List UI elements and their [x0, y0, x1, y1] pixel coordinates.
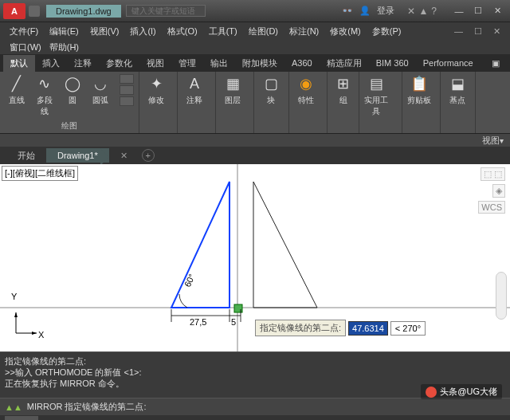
mdi-max[interactable]: ☐ — [469, 25, 487, 38]
document-tabs: 开始 Drawing1* ✕ + — [0, 147, 510, 164]
tab-view[interactable]: 视图 — [139, 55, 171, 72]
panel-view-label: 视图 — [482, 135, 500, 147]
svg-text:Y: Y — [11, 292, 18, 301]
user-icon[interactable]: 👤 — [359, 6, 371, 16]
new-tab-button[interactable]: + — [142, 149, 155, 162]
tab-manage[interactable]: 管理 — [171, 55, 203, 72]
help-icon[interactable]: ? — [431, 6, 437, 17]
tab-featured[interactable]: 精选应用 — [320, 55, 369, 72]
prompt-label: 指定镜像线的第二点: — [255, 320, 346, 336]
doc-title: Drawing1.dwg — [46, 5, 121, 18]
tab-output[interactable]: 输出 — [203, 55, 235, 72]
tool-block[interactable]: ▢块 — [259, 74, 283, 106]
tab-drawing1[interactable]: Drawing1* — [46, 148, 109, 163]
minimize-button[interactable]: — — [449, 3, 469, 19]
layout-add[interactable]: + — [118, 417, 139, 420]
svg-text:27,5: 27,5 — [190, 317, 206, 327]
menu-draw[interactable]: 绘图(D) — [244, 24, 283, 39]
menu-file[interactable]: 文件(F) — [5, 24, 43, 39]
svg-marker-17 — [32, 332, 37, 335]
tab-close-icon[interactable]: ✕ — [120, 151, 128, 161]
layout-1[interactable]: 布局1 — [38, 416, 76, 421]
mirror-icon: ▲▲ — [5, 402, 22, 412]
svg-text:60°: 60° — [182, 273, 197, 289]
app-icon[interactable]: A — [3, 3, 26, 19]
tab-annotate[interactable]: 注释 — [67, 55, 99, 72]
tab-default[interactable]: 默认 — [3, 55, 35, 72]
tool-line[interactable]: ╱直线 — [5, 74, 28, 106]
layout-tabs: 模型 布局1 布局2 + — [0, 415, 510, 420]
layout-model[interactable]: 模型 — [5, 416, 38, 421]
tab-a360[interactable]: A360 — [284, 56, 320, 70]
menu-tools[interactable]: 工具(T) — [204, 24, 242, 39]
distance-input[interactable]: 47.6314 — [348, 321, 388, 336]
tab-insert[interactable]: 插入 — [35, 55, 67, 72]
login-link[interactable]: 登录 — [377, 5, 394, 17]
quick-access[interactable] — [29, 6, 40, 17]
menu-dim[interactable]: 标注(N) — [284, 24, 324, 39]
cloud-icon[interactable]: ▲ — [418, 6, 428, 17]
ribbon-tabs: 默认 插入 注释 参数化 视图 管理 输出 附加模块 A360 精选应用 BIM… — [0, 54, 510, 72]
tool-util[interactable]: ▤实用工具 — [364, 74, 388, 117]
close-button[interactable]: ✕ — [488, 3, 507, 19]
maximize-button[interactable]: ☐ — [469, 3, 488, 19]
tab-start[interactable]: 开始 — [6, 147, 46, 164]
menu-window[interactable]: 窗口(W) — [10, 41, 41, 53]
tab-performance[interactable]: Performance — [416, 56, 481, 70]
tab-addins[interactable]: 附加模块 — [235, 55, 284, 72]
svg-marker-3 — [253, 182, 317, 308]
menu-edit[interactable]: 编辑(E) — [45, 24, 84, 39]
panel-draw-label: 绘图 — [0, 120, 139, 131]
search-input[interactable] — [126, 5, 206, 17]
tool-basepoint[interactable]: ⬓基点 — [445, 74, 469, 106]
menu-param[interactable]: 参数(P) — [367, 24, 406, 39]
tool-arc[interactable]: ◡圆弧 — [89, 74, 112, 106]
svg-marker-18 — [14, 312, 18, 317]
tool-props[interactable]: ◉特性 — [294, 74, 318, 106]
menu-modify[interactable]: 修改(M) — [325, 24, 366, 39]
angle-input[interactable]: < 270° — [390, 321, 426, 336]
tab-parametric[interactable]: 参数化 — [99, 55, 139, 72]
menu-insert[interactable]: 插入(I) — [125, 24, 160, 39]
command-line[interactable]: ▲▲ MIRROR 指定镜像线的第二点: — [0, 398, 510, 415]
tab-bim360[interactable]: BIM 360 — [369, 56, 416, 70]
ribbon-collapse-icon[interactable]: ▣ — [484, 56, 507, 71]
tool-polyline[interactable]: ∿多段线 — [33, 74, 56, 117]
drawing-canvas[interactable]: [-][俯视][二维线框] ⬚ ⬚ ◈ WCS 60° 27,5 5 Y X 指… — [0, 164, 510, 351]
tool-layer[interactable]: ▦图层 — [221, 74, 245, 106]
svg-text:5: 5 — [231, 317, 236, 327]
layout-2[interactable]: 布局2 — [76, 416, 115, 421]
ribbon: ╱直线 ∿多段线 ◯圆 ◡圆弧 绘图 ✦修改 A注释 ▦图层 ▢块 ◉特性 ⊞组… — [0, 72, 510, 134]
menu-help[interactable]: 帮助(H) — [49, 41, 79, 53]
svg-rect-4 — [234, 304, 242, 312]
tool-modify[interactable]: ✦修改 — [144, 74, 168, 106]
tool-text[interactable]: A注释 — [182, 74, 206, 106]
menu-bar: 文件(F) 编辑(E) 视图(V) 插入(I) 格式(O) 工具(T) 绘图(D… — [0, 22, 510, 40]
tool-clipboard[interactable]: 📋剪贴板 — [407, 74, 431, 106]
watermark: 头条@UG大佬 — [421, 384, 502, 399]
svg-text:X: X — [38, 330, 45, 340]
navbar-tool[interactable] — [496, 272, 507, 320]
mdi-close[interactable]: ✕ — [488, 25, 505, 38]
menu-view[interactable]: 视图(V) — [85, 24, 124, 39]
svg-marker-2 — [171, 182, 230, 308]
binoculars-icon[interactable]: 👓 — [342, 6, 353, 16]
mdi-min[interactable]: — — [449, 25, 468, 37]
dynamic-input: 指定镜像线的第二点: 47.6314 < 270° — [255, 320, 426, 336]
tool-circle[interactable]: ◯圆 — [61, 74, 84, 106]
exchange-icon[interactable]: ✕ — [407, 6, 415, 17]
menu-format[interactable]: 格式(O) — [163, 24, 202, 39]
tool-group[interactable]: ⊞组 — [332, 74, 354, 106]
